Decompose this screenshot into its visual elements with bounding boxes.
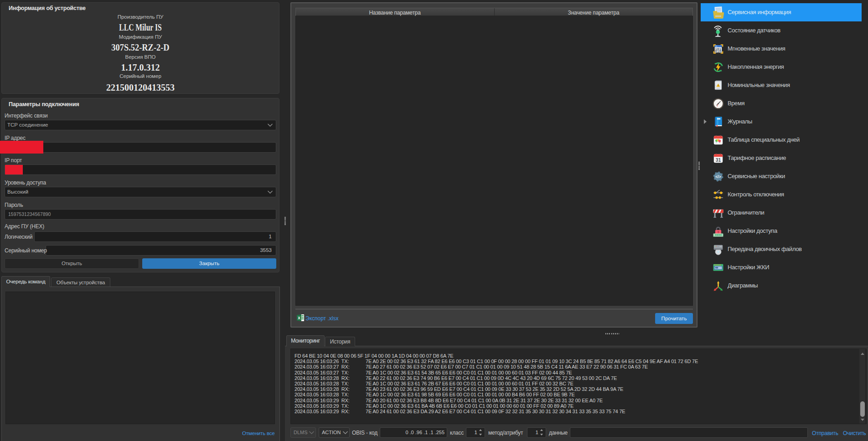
svg-text:X: X xyxy=(298,316,300,320)
svg-text:</>: </> xyxy=(715,174,721,179)
svg-text:010: 010 xyxy=(715,50,722,53)
svg-text:31: 31 xyxy=(716,157,721,163)
svg-text:****: **** xyxy=(715,233,722,237)
